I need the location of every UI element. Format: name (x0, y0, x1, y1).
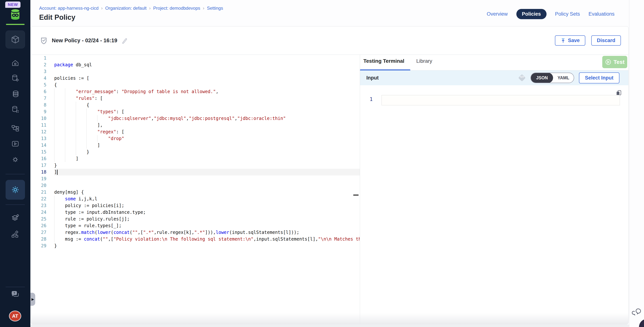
code-line: 21deny[msg] { (31, 189, 360, 196)
code-line: 10 "jdbc:sqlserver","jdbc:mysql","jdbc:p… (31, 115, 360, 122)
save-button[interactable]: Save (555, 35, 585, 46)
input-label: Input (366, 75, 379, 81)
line-number: 29 (31, 243, 46, 249)
code-line: 18] (31, 169, 360, 175)
layers-gear-icon (11, 214, 20, 222)
breadcrumb-settings[interactable]: Settings (207, 5, 223, 11)
help-strip (629, 0, 644, 327)
input-active-line[interactable] (382, 95, 620, 105)
line-number: 17 (31, 162, 46, 169)
line-number: 9 (31, 108, 46, 115)
line-number: 25 (31, 216, 46, 222)
select-input-button[interactable]: Select Input (579, 72, 620, 83)
chevron-right-icon: › (101, 5, 103, 11)
line-number: 16 (31, 155, 46, 162)
code-line: 22 some i,j,k,l (31, 196, 360, 202)
discard-button[interactable]: Discard (591, 35, 621, 46)
bottom-band (30, 325, 629, 327)
policy-editor-card: New Policy - 02/24 - 16:19 Save Discard (31, 26, 628, 325)
line-number: 11 (31, 122, 46, 128)
sidebar-divider (6, 174, 25, 174)
line-number: 2 (31, 61, 46, 68)
home-icon (11, 59, 19, 67)
code-line: 14 ] (31, 142, 360, 149)
tab-testing-terminal[interactable]: Testing Terminal (363, 58, 404, 64)
code-line: 23 policy := policies[i]; (31, 202, 360, 209)
avatar[interactable]: AT (9, 311, 21, 322)
line-number: 19 (31, 175, 46, 182)
database-grid-icon (11, 105, 19, 113)
tab-library[interactable]: Library (416, 58, 432, 64)
sidebar-item-overrides[interactable] (0, 214, 30, 222)
tab-policies[interactable]: Policies (516, 9, 546, 19)
help-chat-icon: ? (11, 290, 20, 299)
line-number: 23 (31, 202, 46, 209)
toggle-yaml[interactable]: YAML (553, 73, 574, 83)
edit-pencil-icon[interactable] (121, 37, 128, 44)
code-line: 3 (31, 68, 360, 75)
code-line: 9 "types": [ (31, 108, 360, 115)
code-line: 15 } (31, 149, 360, 155)
input-editor[interactable]: 1 (360, 85, 628, 325)
sidebar-item-settings-gray[interactable] (0, 156, 30, 163)
network-gear-icon (11, 230, 20, 238)
code-line: 7 "rules": [ (31, 95, 360, 102)
sidebar-item-home[interactable] (0, 59, 30, 67)
discard-label: Discard (597, 38, 615, 43)
tab-evaluations[interactable]: Evaluations (588, 11, 614, 17)
breadcrumb-project[interactable]: Project: demodbdevops (153, 5, 200, 11)
sidebar-item-module[interactable] (6, 30, 25, 48)
code-line: 27 regex.match(lower(concat("",[".*",rul… (31, 229, 360, 236)
code-line: 12 "regex": [ (31, 128, 360, 135)
line-number: 6 (31, 88, 46, 95)
expand-arrow-icon: ▶ (32, 297, 34, 301)
sidebar-item-db-stack[interactable] (0, 90, 30, 98)
play-circle-icon (605, 59, 612, 65)
code-line: 25 rule := policy.rules[j]; (31, 216, 360, 222)
sidebar-item-executions[interactable] (0, 140, 30, 148)
code-editor[interactable]: 12package db_sql34policies := [5{6 "erro… (31, 55, 360, 325)
breadcrumb: Account: app-harness-ng-cicd › Organizat… (39, 5, 223, 11)
code-line: 8 { (31, 102, 360, 108)
tab-policy-sets[interactable]: Policy Sets (555, 11, 580, 17)
line-number: 4 (31, 75, 46, 82)
page-title: Edit Policy (39, 13, 75, 21)
chat-bubbles-icon[interactable] (632, 307, 642, 317)
sidebar-item-help[interactable]: ? (0, 290, 30, 299)
pipeline-icon (11, 124, 20, 132)
sidebar-expand-handle[interactable]: ▶ (30, 293, 35, 306)
tab-overview[interactable]: Overview (487, 11, 508, 17)
text-cursor (57, 170, 58, 175)
gear-active-icon (10, 185, 20, 195)
line-number: 7 (31, 95, 46, 102)
line-number: 27 (31, 229, 46, 236)
sidebar-item-pipelines[interactable] (0, 124, 30, 132)
breadcrumb-account[interactable]: Account: app-harness-ng-cicd (39, 5, 98, 11)
test-button[interactable]: Test (602, 56, 627, 68)
line-number: 1 (31, 55, 46, 61)
database-devops-logo[interactable] (8, 8, 22, 22)
line-number: 13 (31, 135, 46, 142)
line-number: 10 (31, 115, 46, 122)
toggle-json[interactable]: JSON (531, 73, 553, 83)
sidebar-item-settings-active[interactable] (6, 180, 25, 200)
breadcrumb-organization[interactable]: Organization: default (105, 5, 146, 11)
line-number: 15 (31, 149, 46, 155)
test-label: Test (614, 59, 624, 65)
code-line: 11 ], (31, 122, 360, 128)
line-number: 8 (31, 102, 46, 108)
database-gear-icon (11, 74, 19, 82)
line-number: 22 (31, 196, 46, 202)
svg-text:?: ? (14, 292, 15, 295)
module-cube-icon (10, 35, 20, 44)
sidebar-item-environments[interactable] (0, 230, 30, 238)
line-number: 3 (31, 68, 46, 75)
chat-widget-button[interactable] (639, 319, 644, 327)
panel-tabs: Testing Terminal Library Test (360, 55, 628, 70)
code-line: 16 ] (31, 155, 360, 162)
new-badge: NEW (5, 1, 20, 8)
sidebar-item-db-settings[interactable] (0, 74, 30, 82)
line-number: 20 (31, 182, 46, 189)
sidebar-item-db-instances[interactable] (0, 105, 30, 113)
format-toggle: JSON YAML (530, 73, 574, 83)
